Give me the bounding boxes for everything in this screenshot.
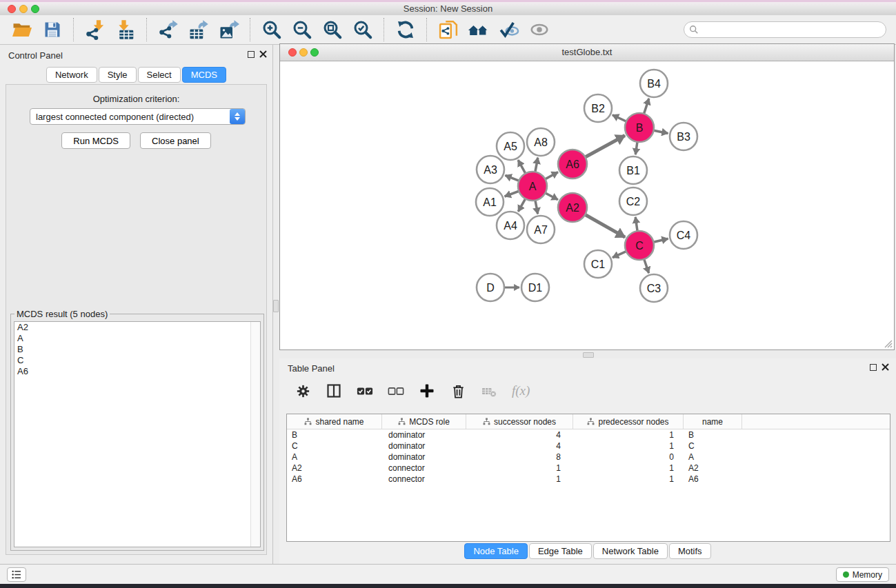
graphics-details-icon[interactable] bbox=[497, 17, 521, 42]
tab-style[interactable]: Style bbox=[99, 67, 137, 83]
table-row[interactable]: A6connector11A6 bbox=[287, 474, 890, 485]
table-cell: 1 bbox=[573, 463, 684, 474]
horizontal-divider-handle[interactable] bbox=[583, 352, 594, 358]
zoom-window-button[interactable] bbox=[31, 5, 39, 13]
export-network-icon[interactable] bbox=[156, 17, 181, 42]
export-image-icon[interactable] bbox=[217, 17, 241, 42]
table-row[interactable]: Adominator80A bbox=[287, 452, 890, 463]
function-builder-icon[interactable]: f(x) bbox=[510, 381, 531, 401]
graph-node-A8[interactable]: A8 bbox=[527, 128, 555, 156]
vertical-divider-handle[interactable] bbox=[273, 300, 279, 312]
graph-node-B[interactable]: B bbox=[625, 113, 654, 142]
network-close-button[interactable] bbox=[288, 48, 297, 57]
refresh-icon[interactable] bbox=[393, 17, 418, 42]
table-float-panel-icon[interactable] bbox=[870, 364, 877, 371]
graph-node-A6[interactable]: A6 bbox=[558, 150, 587, 179]
delete-row-icon[interactable] bbox=[448, 381, 468, 401]
column-header-successor-nodes[interactable]: successor nodes bbox=[466, 414, 573, 429]
network-zoom-button[interactable] bbox=[310, 48, 319, 57]
search-icon bbox=[689, 25, 699, 34]
graph-node-A3[interactable]: A3 bbox=[477, 156, 504, 183]
graph-node-B1[interactable]: B1 bbox=[619, 156, 647, 184]
graph-node-A7[interactable]: A7 bbox=[527, 216, 555, 243]
graph-node-A4[interactable]: A4 bbox=[497, 212, 524, 239]
import-network-icon[interactable] bbox=[83, 17, 108, 42]
minimize-window-button[interactable] bbox=[19, 5, 28, 13]
graph-node-B4[interactable]: B4 bbox=[640, 70, 668, 97]
column-header-shared-name[interactable]: shared name bbox=[287, 414, 382, 429]
graph-node-C2[interactable]: C2 bbox=[619, 187, 647, 215]
run-mcds-button[interactable]: Run MCDS bbox=[61, 132, 130, 149]
column-header-predecessor-nodes[interactable]: predecessor nodes bbox=[573, 414, 684, 429]
mcds-result-item[interactable]: A6 bbox=[14, 366, 260, 377]
column-header-mcds-role[interactable]: MCDS role bbox=[382, 414, 466, 429]
mcds-result-item[interactable]: A2 bbox=[14, 322, 260, 333]
float-panel-icon[interactable] bbox=[248, 51, 255, 58]
zoom-fit-icon[interactable] bbox=[320, 17, 345, 42]
close-panel-button[interactable]: Close panel bbox=[140, 132, 211, 149]
tab-edge-table[interactable]: Edge Table bbox=[529, 543, 592, 559]
tab-mcds[interactable]: MCDS bbox=[182, 67, 226, 83]
result-scrollbar[interactable] bbox=[250, 322, 260, 547]
tab-network-table[interactable]: Network Table bbox=[593, 543, 668, 559]
graph-node-A[interactable]: A bbox=[518, 172, 547, 201]
network-minimize-button[interactable] bbox=[299, 48, 308, 57]
save-session-icon[interactable] bbox=[40, 17, 65, 42]
network-canvas[interactable]: B4B2BB3A8A5A6A3B1AC2A1A2A4A7C4CC1DD1C3 bbox=[280, 61, 894, 349]
graph-node-A2[interactable]: A2 bbox=[558, 193, 587, 222]
search-input[interactable] bbox=[699, 23, 886, 37]
close-window-button[interactable] bbox=[8, 5, 16, 13]
import-table-icon[interactable] bbox=[113, 17, 138, 42]
memory-button[interactable]: Memory bbox=[836, 567, 889, 582]
settings-gear-icon[interactable] bbox=[293, 381, 312, 401]
graph-node-D[interactable]: D bbox=[477, 274, 504, 301]
graph-node-C1[interactable]: C1 bbox=[584, 250, 612, 278]
criterion-dropdown[interactable]: largest connected component (directed) bbox=[30, 108, 246, 125]
hierarchy-icon bbox=[587, 418, 595, 425]
tab-node-table[interactable]: Node Table bbox=[464, 543, 528, 559]
task-history-button[interactable] bbox=[7, 567, 26, 582]
bird-eye-icon[interactable] bbox=[527, 17, 552, 42]
add-row-icon[interactable] bbox=[417, 381, 437, 401]
home-icon[interactable] bbox=[466, 17, 491, 42]
graph-node-A1[interactable]: A1 bbox=[476, 188, 504, 216]
table-row[interactable]: A2connector11A2 bbox=[287, 463, 890, 474]
close-panel-icon[interactable] bbox=[259, 50, 267, 58]
resize-grip-icon[interactable] bbox=[883, 338, 893, 348]
export-table-icon[interactable] bbox=[186, 17, 211, 42]
table-row[interactable]: Bdominator41B bbox=[287, 429, 890, 440]
table-cell: dominator bbox=[382, 440, 466, 452]
mcds-result-item[interactable]: B bbox=[14, 344, 260, 355]
zoom-out-icon[interactable] bbox=[290, 17, 315, 42]
column-header-name[interactable]: name bbox=[684, 414, 742, 429]
table-cell: A6 bbox=[287, 474, 382, 485]
clear-table-icon[interactable] bbox=[479, 381, 499, 401]
zoom-in-icon[interactable] bbox=[259, 17, 284, 42]
clone-network-icon[interactable] bbox=[436, 17, 461, 42]
graph-node-C[interactable]: C bbox=[625, 231, 654, 260]
table-close-panel-icon[interactable] bbox=[882, 363, 889, 371]
table-panel-tabs: Node TableEdge TableNetwork TableMotifs bbox=[279, 543, 896, 559]
open-session-icon[interactable] bbox=[10, 17, 34, 42]
table-body: Bdominator41BCdominator41CAdominator80AA… bbox=[287, 429, 890, 485]
table-cell: 0 bbox=[573, 452, 684, 463]
mcds-result-item[interactable]: C bbox=[14, 355, 260, 366]
tab-select[interactable]: Select bbox=[138, 67, 181, 83]
graph-node-B2[interactable]: B2 bbox=[584, 94, 612, 122]
select-all-icon[interactable] bbox=[355, 381, 375, 401]
graph-node-C3[interactable]: C3 bbox=[640, 274, 668, 302]
graph-node-B3[interactable]: B3 bbox=[670, 123, 697, 150]
graph-node-label: C2 bbox=[626, 196, 641, 207]
tab-network[interactable]: Network bbox=[46, 67, 97, 83]
graph-node-A5[interactable]: A5 bbox=[497, 132, 524, 160]
tab-motifs[interactable]: Motifs bbox=[669, 543, 711, 559]
mcds-result-item[interactable]: A bbox=[14, 333, 260, 344]
graph-node-label: C1 bbox=[591, 258, 606, 270]
deselect-all-icon[interactable] bbox=[386, 381, 406, 401]
graph-node-D1[interactable]: D1 bbox=[521, 274, 549, 301]
table-row[interactable]: Cdominator41C bbox=[287, 440, 890, 452]
toggle-column-icon[interactable] bbox=[324, 381, 344, 401]
zoom-selected-icon[interactable] bbox=[350, 17, 375, 42]
window-title: Session: New Session bbox=[0, 2, 896, 15]
graph-node-C4[interactable]: C4 bbox=[670, 221, 697, 249]
